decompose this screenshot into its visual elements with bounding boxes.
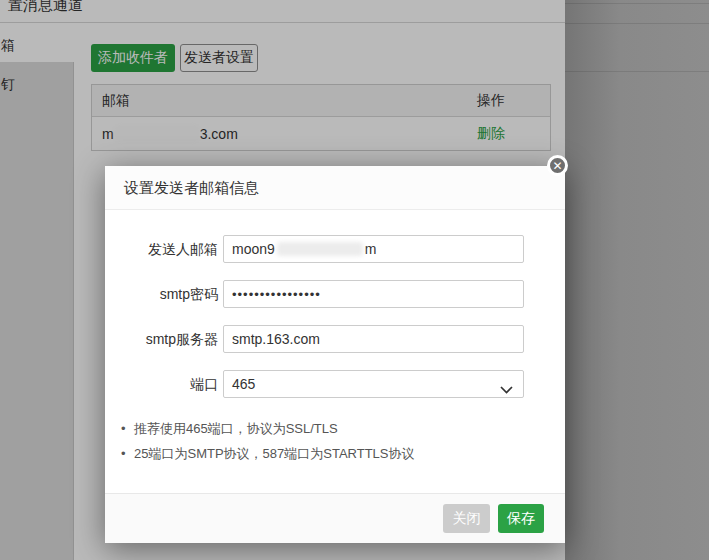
sender-email-suffix: m xyxy=(365,241,377,257)
port-notes: 推荐使用465端口，协议为SSL/TLS 25端口为SMTP协议，587端口为S… xyxy=(119,416,415,466)
modal-title: 设置发送者邮箱信息 xyxy=(124,166,259,210)
close-button[interactable]: 关闭 xyxy=(443,504,490,533)
port-select[interactable]: 465 xyxy=(223,370,524,398)
smtp-server-field[interactable] xyxy=(223,325,524,353)
modal-header: 设置发送者邮箱信息 xyxy=(105,166,565,210)
smtp-server-label: smtp服务器 xyxy=(105,325,218,353)
port-label: 端口 xyxy=(105,370,218,398)
note-25-587: 25端口为SMTP协议，587端口为STARTTLS协议 xyxy=(119,441,415,466)
note-465: 推荐使用465端口，协议为SSL/TLS xyxy=(119,416,415,441)
save-button[interactable]: 保存 xyxy=(498,504,544,533)
sender-email-prefix: moon9 xyxy=(232,241,275,257)
faint-line xyxy=(565,23,709,24)
faint-line xyxy=(565,3,709,4)
sender-email-label: 发送人邮箱 xyxy=(105,235,218,263)
sender-email-redaction-blur xyxy=(277,242,363,256)
faint-line xyxy=(565,71,709,72)
close-icon[interactable]: ✕ xyxy=(547,155,568,176)
outside-window-area xyxy=(565,0,709,560)
sender-settings-modal: ✕ 设置发送者邮箱信息 发送人邮箱 moon9 m smtp密码 smtp服务器… xyxy=(105,166,565,543)
modal-footer: 关闭 保存 xyxy=(105,493,565,543)
port-selected-value: 465 xyxy=(232,376,255,392)
sender-email-field[interactable]: moon9 m xyxy=(223,235,524,263)
chevron-down-icon xyxy=(500,381,513,397)
smtp-password-field[interactable] xyxy=(223,280,524,308)
screen: 置消息通道 箱 钉 添加收件者 发送者设置 邮箱 操作 m 3.com 删除 xyxy=(0,0,709,560)
smtp-password-label: smtp密码 xyxy=(105,280,218,308)
